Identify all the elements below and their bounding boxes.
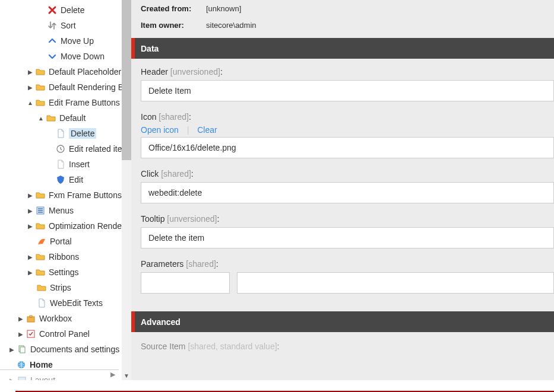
tree-node-portal[interactable]: Portal <box>0 234 131 249</box>
sort-icon <box>48 21 57 30</box>
section-title: Data <box>141 44 159 53</box>
tree-label: Move Down <box>61 52 105 61</box>
expand-icon[interactable]: ▶ <box>26 68 34 76</box>
field-label-icon: Icon [shared]: <box>141 112 554 122</box>
tree-label: WebEdit Texts <box>50 298 103 308</box>
field-label-source-item: Source Item [shared, standard value]: <box>141 342 554 351</box>
parameters-key-input[interactable] <box>141 272 230 294</box>
item-owner-value: sitecore\admin <box>206 21 257 30</box>
edit-shield-icon <box>56 175 65 184</box>
field-label-tooltip: Tooltip [unversioned]: <box>141 214 554 224</box>
field-label-header: Header [unversioned]: <box>141 67 554 77</box>
tree-action-move-down[interactable]: Move Down <box>0 49 131 64</box>
tree-label: Move Up <box>61 36 94 46</box>
section-header-advanced[interactable]: Advanced <box>131 311 554 332</box>
panel-splitter[interactable]: ▶ <box>0 369 119 379</box>
workbox-icon <box>26 314 36 323</box>
tree-action-move-up[interactable]: Move Up <box>0 33 131 49</box>
folder-icon <box>36 190 45 200</box>
document-icon <box>56 129 65 138</box>
section-header-data[interactable]: Data <box>131 38 554 59</box>
clear-icon-link[interactable]: Clear <box>197 125 217 135</box>
tree-label: Edit related item <box>69 144 129 154</box>
tree-label: Default Placeholder Buttons <box>49 67 131 77</box>
tree-label: Default <box>59 113 86 123</box>
tree-node-menus[interactable]: ▶ Menus <box>0 203 131 218</box>
tree-label: Delete <box>69 128 96 139</box>
section-title: Advanced <box>141 317 181 327</box>
tree-node-webedit-texts[interactable]: WebEdit Texts <box>0 295 131 311</box>
tree-node-settings[interactable]: ▶ Settings <box>0 264 131 280</box>
folder-icon <box>46 113 56 123</box>
parameters-value-input[interactable] <box>237 272 554 294</box>
tree-label: Control Panel <box>39 329 90 339</box>
tree-node-delete-item[interactable]: Delete <box>0 126 131 141</box>
tree-action-sort[interactable]: Sort <box>0 18 131 33</box>
header-input[interactable] <box>141 80 554 101</box>
tree-node-documents-settings[interactable]: ▶ Documents and settings <box>0 342 131 357</box>
tree-label: Sort <box>61 21 76 30</box>
menu-icon <box>36 206 45 215</box>
tree-node-insert[interactable]: Insert <box>0 157 131 172</box>
tree-label: Settings <box>49 267 79 277</box>
document-icon <box>37 298 46 308</box>
tree-label: Optimization Rendering <box>49 221 131 231</box>
tree-node-workbox[interactable]: ▶ Workbox <box>0 311 131 326</box>
created-from-value: [unknown] <box>206 4 241 13</box>
chevron-down-icon <box>48 52 57 61</box>
field-label-parameters: Parameters [shared]: <box>141 259 554 269</box>
tree-label: Menus <box>49 206 74 215</box>
tree-label: Documents and settings <box>30 345 119 354</box>
tree-node-edit-related[interactable]: Edit related item <box>0 141 131 157</box>
tree-action-delete[interactable]: Delete <box>0 2 131 18</box>
tree-node-fxm-frame[interactable]: ▶ Fxm Frame Buttons <box>0 187 131 203</box>
scroll-down-icon[interactable]: ▼ <box>122 371 131 380</box>
svg-rect-6 <box>20 347 25 353</box>
click-input[interactable] <box>141 182 554 203</box>
tooltip-input[interactable] <box>141 227 554 248</box>
portal-icon <box>37 237 46 246</box>
folder-icon <box>36 221 45 231</box>
tree-label: Insert <box>69 160 90 169</box>
expand-icon[interactable]: ▶ <box>26 83 34 91</box>
folder-icon <box>36 67 45 77</box>
tree-label: Edit <box>69 175 83 184</box>
separator: | <box>187 125 189 135</box>
tree-node-strips[interactable]: Strips <box>0 280 131 295</box>
folder-icon <box>36 267 45 277</box>
tree-label: Strips <box>50 283 71 292</box>
collapse-icon[interactable]: ▲ <box>26 98 34 107</box>
tree-node-edit-frame[interactable]: ▲ Edit Frame Buttons <box>0 95 131 110</box>
item-owner-label: Item owner: <box>141 21 206 30</box>
folder-icon <box>36 252 45 262</box>
tree-label: Edit Frame Buttons <box>49 98 120 107</box>
scrollbar-thumb[interactable] <box>122 0 131 160</box>
tree-label: Ribbons <box>49 252 79 262</box>
tree-label: Delete <box>61 5 84 15</box>
collapse-icon[interactable]: ▲ <box>37 114 45 122</box>
tree-node-ribbons[interactable]: ▶ Ribbons <box>0 249 131 264</box>
tree-label: Workbox <box>39 314 72 323</box>
tree-node-default-placeholder[interactable]: ▶ Default Placeholder Buttons <box>0 64 131 79</box>
tree-label: Home <box>30 360 53 369</box>
vertical-scrollbar[interactable]: ▲ ▼ <box>122 0 131 380</box>
content-editor-panel: Created from: [unknown] Item owner: site… <box>131 0 554 380</box>
tree-node-default-rendering[interactable]: ▶ Default Rendering Buttons <box>0 79 131 95</box>
chevron-up-icon <box>48 36 57 46</box>
tree-node-default[interactable]: ▲ Default <box>0 110 131 126</box>
tree-label: Portal <box>50 237 72 246</box>
tree-node-control-panel[interactable]: ▶ Control Panel <box>0 326 131 342</box>
tree-node-edit[interactable]: Edit <box>0 172 131 187</box>
folder-icon <box>36 82 45 92</box>
tree-node-optimization[interactable]: ▶ Optimization Rendering <box>0 218 131 234</box>
delete-x-icon <box>48 5 57 15</box>
icon-input[interactable] <box>141 137 554 158</box>
documents-icon <box>17 345 27 354</box>
tree-label: Fxm Frame Buttons <box>49 190 122 200</box>
globe-icon <box>17 360 26 369</box>
folder-icon <box>37 283 46 292</box>
created-from-label: Created from: <box>141 4 206 13</box>
open-icon-link[interactable]: Open icon <box>141 125 179 135</box>
document-icon <box>56 160 65 169</box>
edit-related-icon <box>56 144 65 154</box>
